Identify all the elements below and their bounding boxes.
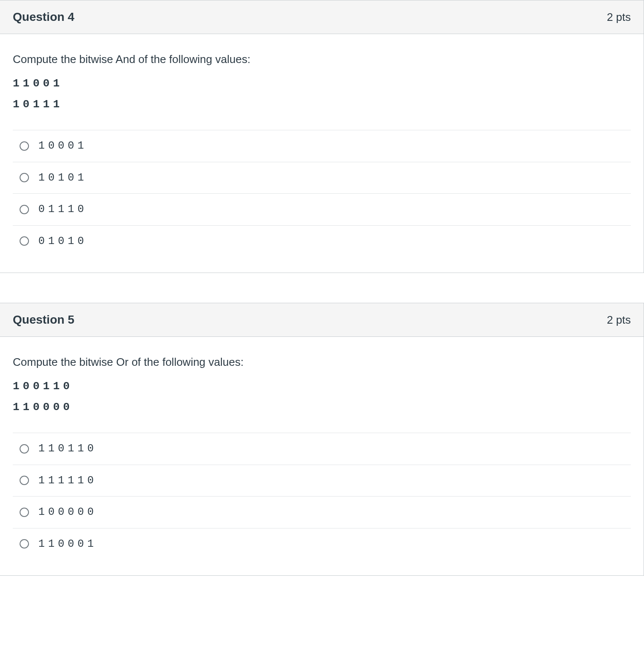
radio-input[interactable] xyxy=(20,476,29,485)
radio-input[interactable] xyxy=(20,444,29,454)
option-row[interactable]: 110001 xyxy=(13,528,631,563)
question-points: 2 pts xyxy=(607,9,631,26)
option-label[interactable]: 01110 xyxy=(38,201,87,218)
question-header: Question 5 2 pts xyxy=(0,303,644,337)
radio-input[interactable] xyxy=(20,539,29,549)
option-label[interactable]: 110001 xyxy=(38,536,97,552)
binary-value-1: 100110 xyxy=(13,378,631,395)
question-points: 2 pts xyxy=(607,312,631,328)
options-list: 10001 10101 01110 01010 xyxy=(13,130,631,260)
question-title: Question 4 xyxy=(13,8,75,26)
binary-value-1: 11001 xyxy=(13,75,631,92)
option-row[interactable]: 110110 xyxy=(13,433,631,465)
question-prompt: Compute the bitwise Or of the following … xyxy=(13,354,631,370)
option-label[interactable]: 111110 xyxy=(38,473,97,489)
question-body: Compute the bitwise Or of the following … xyxy=(0,337,644,575)
option-label[interactable]: 01010 xyxy=(38,233,87,250)
option-row[interactable]: 111110 xyxy=(13,465,631,497)
option-label[interactable]: 100000 xyxy=(38,504,97,520)
option-row[interactable]: 01010 xyxy=(13,225,631,260)
radio-input[interactable] xyxy=(20,508,29,517)
radio-input[interactable] xyxy=(20,141,29,151)
question-title: Question 5 xyxy=(13,311,75,329)
binary-value-2: 10111 xyxy=(13,96,631,113)
radio-input[interactable] xyxy=(20,205,29,214)
binary-value-2: 110000 xyxy=(13,399,631,416)
radio-input[interactable] xyxy=(20,236,29,246)
radio-input[interactable] xyxy=(20,173,29,182)
question-body: Compute the bitwise And of the following… xyxy=(0,34,644,273)
question-card: Question 5 2 pts Compute the bitwise Or … xyxy=(0,303,644,576)
option-row[interactable]: 01110 xyxy=(13,193,631,225)
question-card: Question 4 2 pts Compute the bitwise And… xyxy=(0,0,644,273)
question-header: Question 4 2 pts xyxy=(0,0,644,34)
question-prompt: Compute the bitwise And of the following… xyxy=(13,51,631,68)
option-row[interactable]: 10001 xyxy=(13,130,631,162)
option-label[interactable]: 10101 xyxy=(38,170,87,186)
option-row[interactable]: 10101 xyxy=(13,162,631,194)
option-label[interactable]: 10001 xyxy=(38,138,87,154)
options-list: 110110 111110 100000 110001 xyxy=(13,433,631,563)
option-label[interactable]: 110110 xyxy=(38,441,97,457)
option-row[interactable]: 100000 xyxy=(13,496,631,528)
